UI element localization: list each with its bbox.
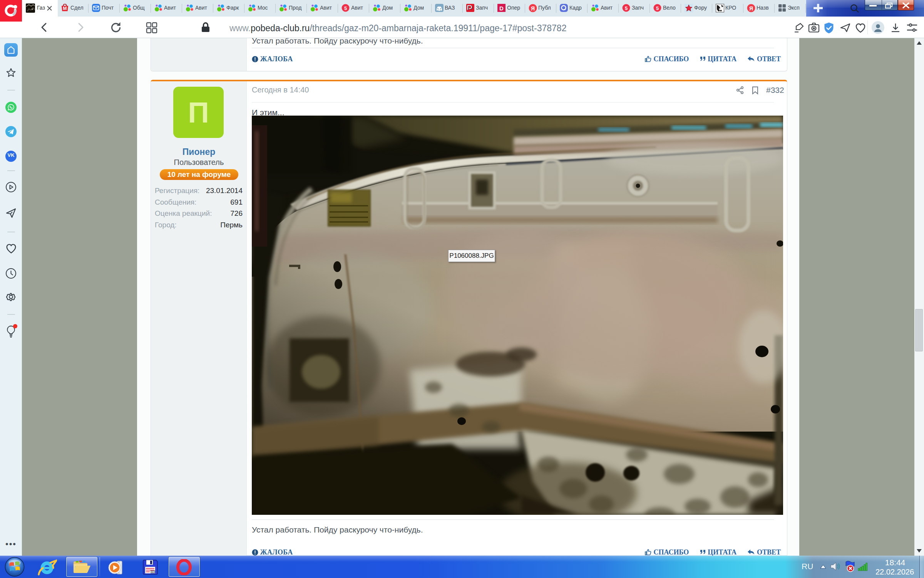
svg-text:5: 5 [625,5,628,11]
svg-text:Я: Я [749,5,753,12]
svg-text:Я: Я [531,5,535,12]
svg-text:5: 5 [344,5,347,11]
svg-text:D: D [499,5,504,12]
svg-text:5: 5 [656,5,659,11]
svg-text:Б4: Б4 [152,571,155,573]
svg-text:М: М [63,6,67,11]
